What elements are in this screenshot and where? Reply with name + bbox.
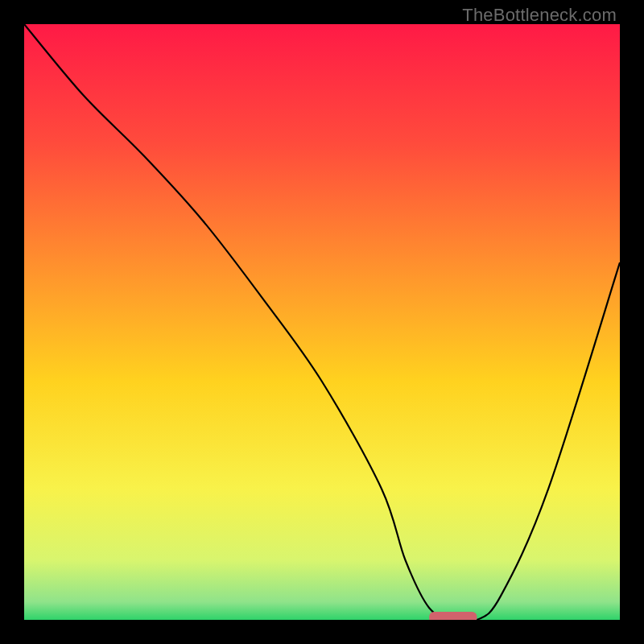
watermark-text: TheBottleneck.com — [462, 5, 617, 26]
chart-background-gradient — [24, 24, 620, 620]
optimal-range-marker — [429, 612, 477, 620]
chart-plot-area — [24, 24, 620, 620]
bottleneck-chart — [24, 24, 620, 620]
